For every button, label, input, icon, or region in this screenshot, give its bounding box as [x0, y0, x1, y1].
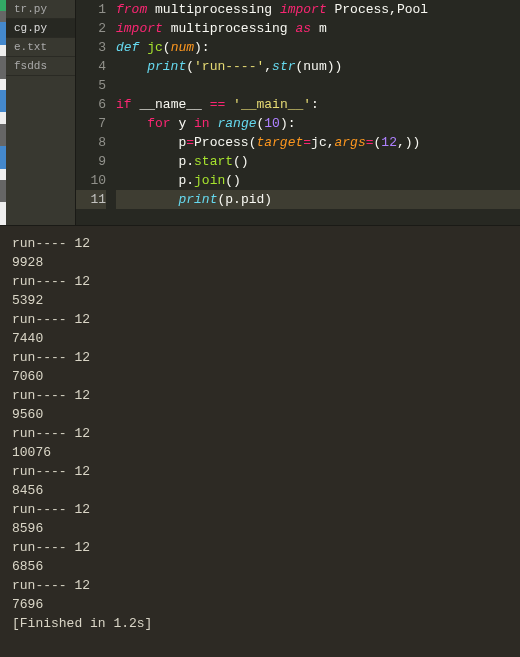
- terminal-line: 5392: [12, 291, 508, 310]
- code-line[interactable]: print(p.pid): [116, 190, 520, 209]
- terminal-line: run---- 12: [12, 386, 508, 405]
- line-number: 1: [76, 0, 106, 19]
- file-tab[interactable]: e.txt: [6, 38, 75, 57]
- line-number: 3: [76, 38, 106, 57]
- line-number: 4: [76, 57, 106, 76]
- terminal-line: run---- 12: [12, 234, 508, 253]
- code-line[interactable]: import multiprocessing as m: [116, 19, 520, 38]
- code-pane[interactable]: 1234567891011 from multiprocessing impor…: [76, 0, 520, 225]
- terminal-line: 6856: [12, 557, 508, 576]
- line-number: 11: [76, 190, 106, 209]
- terminal-line: 8456: [12, 481, 508, 500]
- terminal-line: 9560: [12, 405, 508, 424]
- line-number: 6: [76, 95, 106, 114]
- terminal-line: [Finished in 1.2s]: [12, 614, 508, 633]
- terminal-line: run---- 12: [12, 424, 508, 443]
- terminal-output[interactable]: run---- 129928run---- 125392run---- 1274…: [0, 225, 520, 657]
- terminal-line: run---- 12: [12, 310, 508, 329]
- code-line[interactable]: if __name__ == '__main__':: [116, 95, 520, 114]
- line-number: 2: [76, 19, 106, 38]
- terminal-line: 7060: [12, 367, 508, 386]
- code-line[interactable]: p.join(): [116, 171, 520, 190]
- file-tab[interactable]: cg.py: [6, 19, 75, 38]
- file-tabs-sidebar: tr.pycg.pye.txtfsdds: [6, 0, 76, 225]
- line-number: 9: [76, 152, 106, 171]
- editor-area: tr.pycg.pye.txtfsdds 1234567891011 from …: [0, 0, 520, 225]
- line-number: 10: [76, 171, 106, 190]
- terminal-line: 10076: [12, 443, 508, 462]
- line-number: 5: [76, 76, 106, 95]
- terminal-line: 8596: [12, 519, 508, 538]
- terminal-line: run---- 12: [12, 348, 508, 367]
- terminal-line: run---- 12: [12, 272, 508, 291]
- line-number: 7: [76, 114, 106, 133]
- code-line[interactable]: def jc(num):: [116, 38, 520, 57]
- code-line[interactable]: for y in range(10):: [116, 114, 520, 133]
- file-tab[interactable]: tr.py: [6, 0, 75, 19]
- terminal-line: 7696: [12, 595, 508, 614]
- code-line[interactable]: print('run----',str(num)): [116, 57, 520, 76]
- code-content[interactable]: from multiprocessing import Process,Pool…: [116, 0, 520, 225]
- code-line[interactable]: from multiprocessing import Process,Pool: [116, 0, 520, 19]
- line-gutter: 1234567891011: [76, 0, 116, 225]
- terminal-line: run---- 12: [12, 538, 508, 557]
- terminal-line: run---- 12: [12, 500, 508, 519]
- file-tab[interactable]: fsdds: [6, 57, 75, 76]
- code-line[interactable]: p=Process(target=jc,args=(12,)): [116, 133, 520, 152]
- terminal-line: run---- 12: [12, 576, 508, 595]
- code-line[interactable]: p.start(): [116, 152, 520, 171]
- code-line[interactable]: [116, 76, 520, 95]
- terminal-line: 7440: [12, 329, 508, 348]
- terminal-line: run---- 12: [12, 462, 508, 481]
- terminal-line: 9928: [12, 253, 508, 272]
- line-number: 8: [76, 133, 106, 152]
